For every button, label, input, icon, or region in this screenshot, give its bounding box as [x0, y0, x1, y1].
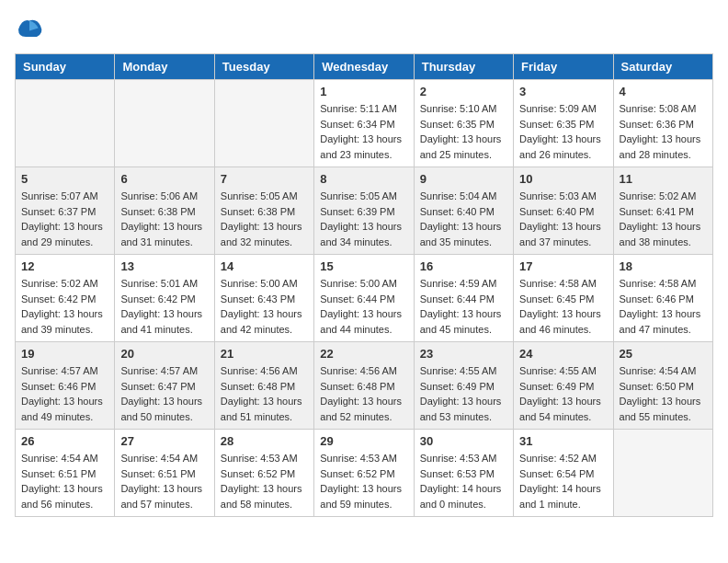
day-number-20: 20 — [120, 347, 208, 361]
calendar-day-19: 19Sunrise: 4:57 AM Sunset: 6:46 PM Dayli… — [16, 342, 115, 430]
calendar-day-27: 27Sunrise: 4:54 AM Sunset: 6:51 PM Dayli… — [115, 430, 214, 517]
day-number-27: 27 — [120, 434, 208, 448]
calendar-day-28: 28Sunrise: 4:53 AM Sunset: 6:52 PM Dayli… — [214, 430, 313, 517]
calendar-day-11: 11Sunrise: 5:02 AM Sunset: 6:41 PM Dayli… — [613, 167, 712, 255]
day-info-20: Sunrise: 4:57 AM Sunset: 6:47 PM Dayligh… — [120, 363, 208, 424]
day-number-25: 25 — [620, 347, 707, 361]
calendar-day-20: 20Sunrise: 4:57 AM Sunset: 6:47 PM Dayli… — [115, 342, 214, 430]
day-number-1: 1 — [320, 85, 407, 98]
calendar-day-14: 14Sunrise: 5:00 AM Sunset: 6:43 PM Dayli… — [214, 255, 313, 342]
weekday-header-friday: Friday — [514, 54, 613, 80]
day-info-17: Sunrise: 4:58 AM Sunset: 6:45 PM Dayligh… — [519, 276, 607, 337]
day-number-26: 26 — [21, 434, 108, 448]
day-info-28: Sunrise: 4:53 AM Sunset: 6:52 PM Dayligh… — [221, 451, 308, 511]
calendar-day-15: 15Sunrise: 5:00 AM Sunset: 6:44 PM Dayli… — [314, 255, 414, 342]
calendar-week-row-3: 12Sunrise: 5:02 AM Sunset: 6:42 PM Dayli… — [16, 255, 713, 342]
weekday-header-sunday: Sunday — [16, 54, 115, 80]
day-info-11: Sunrise: 5:02 AM Sunset: 6:41 PM Dayligh… — [620, 189, 707, 249]
calendar-week-row-4: 19Sunrise: 4:57 AM Sunset: 6:46 PM Dayli… — [16, 342, 713, 430]
day-info-22: Sunrise: 4:56 AM Sunset: 6:48 PM Dayligh… — [320, 363, 407, 424]
day-number-30: 30 — [420, 434, 507, 448]
calendar-day-10: 10Sunrise: 5:03 AM Sunset: 6:40 PM Dayli… — [514, 167, 613, 255]
calendar-day-13: 13Sunrise: 5:01 AM Sunset: 6:42 PM Dayli… — [115, 255, 214, 342]
calendar-day-31: 31Sunrise: 4:52 AM Sunset: 6:54 PM Dayli… — [514, 430, 613, 517]
day-number-18: 18 — [620, 259, 707, 273]
calendar-empty-0-2 — [214, 80, 313, 167]
calendar-day-5: 5Sunrise: 5:07 AM Sunset: 6:37 PM Daylig… — [16, 167, 115, 255]
day-number-10: 10 — [519, 172, 607, 186]
day-info-29: Sunrise: 4:53 AM Sunset: 6:52 PM Dayligh… — [320, 451, 407, 511]
day-number-6: 6 — [120, 172, 208, 186]
day-number-15: 15 — [320, 259, 407, 273]
day-number-22: 22 — [320, 347, 407, 361]
day-info-24: Sunrise: 4:55 AM Sunset: 6:49 PM Dayligh… — [519, 363, 607, 424]
day-number-8: 8 — [320, 172, 407, 186]
calendar-day-9: 9Sunrise: 5:04 AM Sunset: 6:40 PM Daylig… — [414, 167, 513, 255]
calendar-empty-0-1 — [115, 80, 214, 167]
day-number-14: 14 — [221, 259, 308, 273]
day-number-17: 17 — [519, 259, 607, 273]
calendar-day-29: 29Sunrise: 4:53 AM Sunset: 6:52 PM Dayli… — [314, 430, 414, 517]
calendar-day-21: 21Sunrise: 4:56 AM Sunset: 6:48 PM Dayli… — [214, 342, 313, 430]
day-info-13: Sunrise: 5:01 AM Sunset: 6:42 PM Dayligh… — [120, 276, 208, 337]
calendar-day-1: 1Sunrise: 5:11 AM Sunset: 6:34 PM Daylig… — [314, 80, 414, 167]
calendar-day-26: 26Sunrise: 4:54 AM Sunset: 6:51 PM Dayli… — [16, 430, 115, 517]
page-header — [15, 15, 713, 44]
calendar-week-row-5: 26Sunrise: 4:54 AM Sunset: 6:51 PM Dayli… — [16, 430, 713, 517]
calendar-day-30: 30Sunrise: 4:53 AM Sunset: 6:53 PM Dayli… — [414, 430, 513, 517]
weekday-header-row: SundayMondayTuesdayWednesdayThursdayFrid… — [16, 54, 713, 80]
calendar-day-6: 6Sunrise: 5:06 AM Sunset: 6:38 PM Daylig… — [115, 167, 214, 255]
calendar-day-8: 8Sunrise: 5:05 AM Sunset: 6:39 PM Daylig… — [314, 167, 414, 255]
day-info-14: Sunrise: 5:00 AM Sunset: 6:43 PM Dayligh… — [221, 276, 308, 337]
day-info-9: Sunrise: 5:04 AM Sunset: 6:40 PM Dayligh… — [420, 189, 507, 249]
day-info-23: Sunrise: 4:55 AM Sunset: 6:49 PM Dayligh… — [420, 363, 507, 424]
calendar-table: SundayMondayTuesdayWednesdayThursdayFrid… — [15, 53, 713, 517]
day-number-12: 12 — [21, 259, 108, 273]
day-info-26: Sunrise: 4:54 AM Sunset: 6:51 PM Dayligh… — [21, 451, 108, 511]
calendar-day-16: 16Sunrise: 4:59 AM Sunset: 6:44 PM Dayli… — [414, 255, 513, 342]
day-info-12: Sunrise: 5:02 AM Sunset: 6:42 PM Dayligh… — [21, 276, 108, 337]
day-info-21: Sunrise: 4:56 AM Sunset: 6:48 PM Dayligh… — [221, 363, 308, 424]
day-info-4: Sunrise: 5:08 AM Sunset: 6:36 PM Dayligh… — [620, 101, 707, 162]
day-info-27: Sunrise: 4:54 AM Sunset: 6:51 PM Dayligh… — [120, 451, 208, 511]
day-number-21: 21 — [221, 347, 308, 361]
day-info-16: Sunrise: 4:59 AM Sunset: 6:44 PM Dayligh… — [420, 276, 507, 337]
day-number-3: 3 — [519, 85, 607, 98]
calendar-day-17: 17Sunrise: 4:58 AM Sunset: 6:45 PM Dayli… — [514, 255, 613, 342]
day-number-2: 2 — [420, 85, 507, 98]
day-info-15: Sunrise: 5:00 AM Sunset: 6:44 PM Dayligh… — [320, 276, 407, 337]
day-info-18: Sunrise: 4:58 AM Sunset: 6:46 PM Dayligh… — [620, 276, 707, 337]
day-number-7: 7 — [221, 172, 308, 186]
day-info-6: Sunrise: 5:06 AM Sunset: 6:38 PM Dayligh… — [120, 189, 208, 249]
day-number-31: 31 — [519, 434, 607, 448]
day-number-28: 28 — [221, 434, 308, 448]
calendar-day-18: 18Sunrise: 4:58 AM Sunset: 6:46 PM Dayli… — [613, 255, 712, 342]
weekday-header-thursday: Thursday — [414, 54, 513, 80]
day-info-7: Sunrise: 5:05 AM Sunset: 6:38 PM Dayligh… — [221, 189, 308, 249]
weekday-header-monday: Monday — [115, 54, 214, 80]
day-number-29: 29 — [320, 434, 407, 448]
calendar-day-2: 2Sunrise: 5:10 AM Sunset: 6:35 PM Daylig… — [414, 80, 513, 167]
day-info-25: Sunrise: 4:54 AM Sunset: 6:50 PM Dayligh… — [620, 363, 707, 424]
day-info-5: Sunrise: 5:07 AM Sunset: 6:37 PM Dayligh… — [21, 189, 108, 249]
day-number-23: 23 — [420, 347, 507, 361]
day-info-2: Sunrise: 5:10 AM Sunset: 6:35 PM Dayligh… — [420, 101, 507, 162]
day-info-30: Sunrise: 4:53 AM Sunset: 6:53 PM Dayligh… — [420, 451, 507, 511]
weekday-header-tuesday: Tuesday — [214, 54, 313, 80]
day-number-5: 5 — [21, 172, 108, 186]
calendar-week-row-1: 1Sunrise: 5:11 AM Sunset: 6:34 PM Daylig… — [16, 80, 713, 167]
day-number-11: 11 — [620, 172, 707, 186]
calendar-day-22: 22Sunrise: 4:56 AM Sunset: 6:48 PM Dayli… — [314, 342, 414, 430]
day-info-8: Sunrise: 5:05 AM Sunset: 6:39 PM Dayligh… — [320, 189, 407, 249]
weekday-header-wednesday: Wednesday — [314, 54, 414, 80]
day-info-10: Sunrise: 5:03 AM Sunset: 6:40 PM Dayligh… — [519, 189, 607, 249]
calendar-day-25: 25Sunrise: 4:54 AM Sunset: 6:50 PM Dayli… — [613, 342, 712, 430]
calendar-empty-0-0 — [16, 80, 115, 167]
day-info-3: Sunrise: 5:09 AM Sunset: 6:35 PM Dayligh… — [519, 101, 607, 162]
logo — [15, 15, 50, 44]
day-number-13: 13 — [120, 259, 208, 273]
calendar-empty-4-6 — [613, 430, 712, 517]
calendar-day-3: 3Sunrise: 5:09 AM Sunset: 6:35 PM Daylig… — [514, 80, 613, 167]
calendar-day-4: 4Sunrise: 5:08 AM Sunset: 6:36 PM Daylig… — [613, 80, 712, 167]
calendar-day-7: 7Sunrise: 5:05 AM Sunset: 6:38 PM Daylig… — [214, 167, 313, 255]
